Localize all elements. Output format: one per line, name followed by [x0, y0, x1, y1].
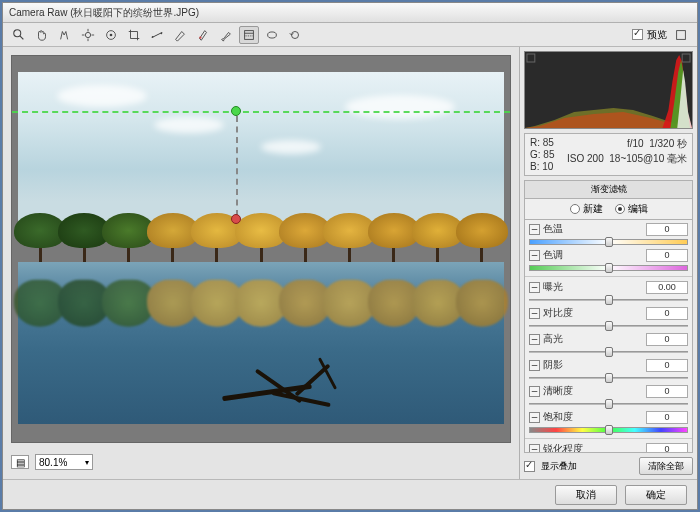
value-exposure[interactable]: 0.00	[646, 281, 688, 294]
preview-checkbox[interactable]	[632, 29, 643, 40]
value-shadows[interactable]: 0	[646, 359, 688, 372]
collapse-temp-icon[interactable]: –	[529, 224, 540, 235]
value-sharpness[interactable]: 0	[646, 443, 688, 454]
readout-panel: R: 85 G: 85 B: 10 f/10 1/320 秒 ISO 200 1…	[524, 133, 693, 176]
sliders-panel: –色温0–色调0–曝光0.00–对比度0–高光0–阴影0–清晰度0–饱和度0–锐…	[524, 220, 693, 453]
collapse-contrast-icon[interactable]: –	[529, 308, 540, 319]
collapse-shadows-icon[interactable]: –	[529, 360, 540, 371]
collapse-sharpness-icon[interactable]: –	[529, 444, 540, 454]
radial-filter-tool-icon[interactable]	[262, 26, 282, 44]
label-saturation: 饱和度	[543, 410, 573, 424]
value-highlights[interactable]: 0	[646, 333, 688, 346]
color-sampler-tool-icon[interactable]	[78, 26, 98, 44]
gradient-direction-line	[236, 116, 238, 216]
red-eye-tool-icon[interactable]	[193, 26, 213, 44]
adjustment-brush-tool-icon[interactable]	[216, 26, 236, 44]
collapse-highlights-icon[interactable]: –	[529, 334, 540, 345]
fullscreen-icon[interactable]	[671, 26, 691, 44]
track-tint[interactable]	[529, 263, 688, 273]
app-window: Camera Raw (秋日暖阳下的缤纷世界.JPG) 预览	[2, 2, 698, 510]
slider-tint: –色调0	[529, 248, 688, 273]
slider-highlights: –高光0	[529, 332, 688, 357]
thumb-highlights[interactable]	[605, 347, 613, 357]
collapse-tint-icon[interactable]: –	[529, 250, 540, 261]
label-temp: 色温	[543, 222, 563, 236]
zoom-tool-icon[interactable]	[9, 26, 29, 44]
label-clarity: 清晰度	[543, 384, 573, 398]
straighten-tool-icon[interactable]	[147, 26, 167, 44]
overlay-checkbox[interactable]	[524, 461, 535, 472]
readout-g: G: 85	[530, 149, 554, 160]
label-highlights: 高光	[543, 332, 563, 346]
cancel-button[interactable]: 取消	[555, 485, 617, 505]
svg-rect-17	[677, 30, 686, 39]
rotate-tool-icon[interactable]	[285, 26, 305, 44]
label-sharpness: 锐化程度	[543, 442, 583, 453]
svg-rect-19	[682, 54, 690, 62]
slider-shadows: –阴影0	[529, 358, 688, 383]
prev-image-button[interactable]: ▤	[11, 455, 29, 469]
preview-label: 预览	[647, 28, 667, 42]
readout-b: B: 10	[530, 161, 554, 172]
collapse-saturation-icon[interactable]: –	[529, 412, 540, 423]
thumb-temp[interactable]	[605, 237, 613, 247]
label-shadows: 阴影	[543, 358, 563, 372]
preview-pane: ▤ 80.1%▾	[3, 47, 519, 479]
image-canvas[interactable]	[11, 55, 511, 443]
track-clarity[interactable]	[529, 399, 688, 409]
value-contrast[interactable]: 0	[646, 307, 688, 320]
collapse-exposure-icon[interactable]: –	[529, 282, 540, 293]
footer: 取消 确定	[3, 479, 697, 509]
ok-button[interactable]: 确定	[625, 485, 687, 505]
slider-sharpness: –锐化程度0	[529, 442, 688, 453]
svg-point-16	[268, 31, 277, 37]
panel-header: 渐变滤镜	[524, 180, 693, 198]
slider-contrast: –对比度0	[529, 306, 688, 331]
slider-temp: –色温0	[529, 222, 688, 247]
track-shadows[interactable]	[529, 373, 688, 383]
svg-line-1	[20, 35, 24, 39]
zoom-dropdown[interactable]: 80.1%▾	[35, 454, 93, 470]
svg-rect-13	[245, 30, 254, 39]
clear-all-button[interactable]: 清除全部	[639, 457, 693, 475]
thumb-exposure[interactable]	[605, 295, 613, 305]
thumb-clarity[interactable]	[605, 399, 613, 409]
track-temp[interactable]	[529, 237, 688, 247]
targeted-adjustment-tool-icon[interactable]	[101, 26, 121, 44]
histogram[interactable]	[524, 51, 693, 129]
mode-new[interactable]: 新建	[570, 202, 603, 216]
label-contrast: 对比度	[543, 306, 573, 320]
mode-edit[interactable]: 编辑	[615, 202, 648, 216]
hand-tool-icon[interactable]	[32, 26, 52, 44]
slider-exposure: –曝光0.00	[529, 280, 688, 305]
white-balance-tool-icon[interactable]	[55, 26, 75, 44]
gradient-line[interactable]	[12, 111, 510, 113]
label-tint: 色调	[543, 248, 563, 262]
value-tint[interactable]: 0	[646, 249, 688, 262]
track-saturation[interactable]	[529, 425, 688, 435]
track-contrast[interactable]	[529, 321, 688, 331]
mode-row: 新建 编辑	[524, 198, 693, 220]
thumb-shadows[interactable]	[605, 373, 613, 383]
svg-point-12	[199, 36, 201, 38]
collapse-clarity-icon[interactable]: –	[529, 386, 540, 397]
svg-point-2	[85, 32, 90, 37]
readout-r: R: 85	[530, 137, 554, 148]
track-exposure[interactable]	[529, 295, 688, 305]
slider-clarity: –清晰度0	[529, 384, 688, 409]
photo-content	[18, 72, 504, 424]
svg-point-10	[152, 35, 154, 37]
svg-point-11	[161, 32, 163, 34]
graduated-filter-tool-icon[interactable]	[239, 26, 259, 44]
window-title: Camera Raw (秋日暖阳下的缤纷世界.JPG)	[9, 6, 199, 20]
spot-removal-tool-icon[interactable]	[170, 26, 190, 44]
thumb-saturation[interactable]	[605, 425, 613, 435]
track-highlights[interactable]	[529, 347, 688, 357]
value-temp[interactable]: 0	[646, 223, 688, 236]
crop-tool-icon[interactable]	[124, 26, 144, 44]
thumb-contrast[interactable]	[605, 321, 613, 331]
value-saturation[interactable]: 0	[646, 411, 688, 424]
thumb-tint[interactable]	[605, 263, 613, 273]
value-clarity[interactable]: 0	[646, 385, 688, 398]
toolbar: 预览	[3, 23, 697, 47]
